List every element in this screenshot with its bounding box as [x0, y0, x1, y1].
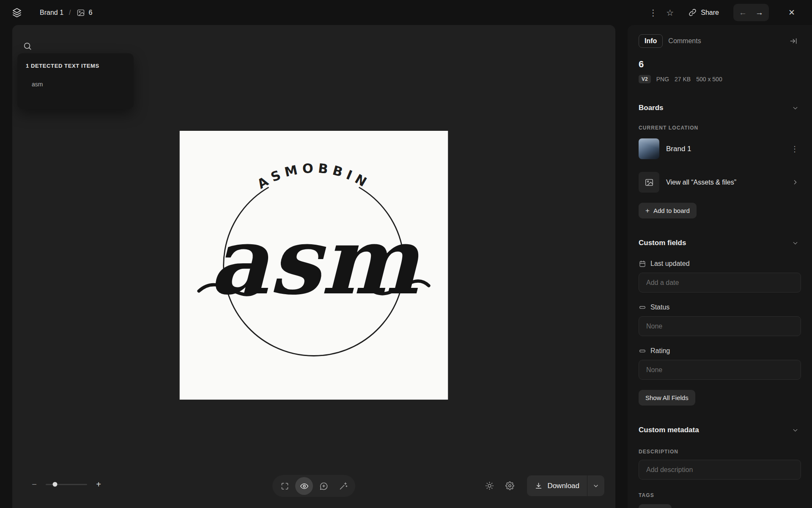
field-label: Status	[639, 304, 801, 311]
fit-to-screen-button[interactable]	[276, 477, 294, 495]
view-all-label: View all “Assets & files”	[666, 179, 736, 186]
app-logo-icon[interactable]	[12, 8, 22, 18]
sidebar-tabs: Info Comments	[639, 33, 801, 49]
next-asset-button[interactable]: →	[751, 5, 768, 20]
image-icon	[77, 8, 85, 17]
boards-section-header[interactable]: Boards	[639, 102, 801, 114]
last-updated-input[interactable]	[639, 273, 801, 293]
add-to-board-label: Add to board	[653, 207, 690, 214]
close-button[interactable]: ✕	[783, 4, 800, 21]
field-rating: Rating	[639, 347, 801, 380]
expand-icon	[280, 482, 289, 491]
previous-asset-button[interactable]: ←	[735, 5, 751, 20]
brightness-button[interactable]	[480, 477, 498, 495]
custom-metadata-title: Custom metadata	[639, 426, 699, 434]
arrow-right-icon: →	[755, 8, 763, 17]
artwork-script-text: asm	[209, 207, 420, 315]
calendar-icon	[639, 260, 646, 268]
file-format: PNG	[656, 76, 669, 83]
field-label-text: Last updated	[650, 260, 690, 268]
link-icon	[689, 8, 697, 17]
collapse-sidebar-button[interactable]	[786, 33, 801, 49]
collapse-right-icon	[789, 37, 798, 45]
chevron-down-icon	[593, 483, 599, 489]
zoom-slider-track	[46, 484, 87, 485]
field-last-updated: Last updated	[639, 260, 801, 293]
assets-files-icon	[639, 172, 659, 193]
field-label-text: Rating	[650, 347, 670, 355]
zoom-slider-knob[interactable]	[52, 482, 57, 487]
topbar-actions: ⋮ ☆ Share ← → ✕	[645, 4, 800, 21]
chevron-down-icon[interactable]	[789, 424, 801, 436]
custom-metadata-section-header[interactable]: Custom metadata	[639, 424, 801, 436]
detected-text-item[interactable]: asm	[26, 78, 125, 90]
custom-fields-title: Custom fields	[639, 239, 686, 247]
field-label: Rating	[639, 347, 801, 355]
tab-comments[interactable]: Comments	[663, 35, 706, 47]
description-input[interactable]	[639, 460, 801, 480]
favorite-button[interactable]: ☆	[661, 4, 678, 21]
share-button[interactable]: Share	[683, 5, 725, 20]
breadcrumb-asset[interactable]: 6	[77, 8, 93, 17]
current-location-label: CURRENT LOCATION	[639, 125, 801, 131]
chevron-right-icon	[789, 177, 801, 188]
field-label-text: Status	[650, 304, 669, 311]
breadcrumb-board[interactable]: Brand 1	[40, 9, 63, 17]
board-thumbnail[interactable]	[639, 138, 659, 159]
select-field-icon	[639, 347, 646, 355]
tags-label: TAGS	[639, 492, 801, 498]
status-input[interactable]	[639, 316, 801, 336]
gear-icon	[505, 481, 514, 490]
add-to-board-button[interactable]: + Add to board	[639, 203, 697, 218]
custom-fields-section-header[interactable]: Custom fields	[639, 237, 801, 249]
detected-text-title: 1 DETECTED TEXT ITEMS	[26, 63, 125, 69]
field-label: Last updated	[639, 260, 801, 268]
file-dimensions: 500 x 500	[696, 76, 722, 83]
asset-artwork: ASMOBBIN asm	[180, 131, 448, 400]
file-size: 27 KB	[675, 76, 691, 83]
more-options-button[interactable]: ⋮	[645, 4, 661, 21]
tab-info[interactable]: Info	[639, 34, 663, 48]
search-button[interactable]	[19, 38, 36, 55]
preview-toggle-button[interactable]	[295, 477, 313, 495]
download-options-button[interactable]	[587, 475, 604, 496]
board-options-button[interactable]: ⋮	[788, 143, 801, 155]
edit-wand-button[interactable]	[334, 477, 352, 495]
breadcrumb-asset-label: 6	[89, 9, 93, 17]
boards-section-title: Boards	[639, 104, 664, 112]
asset-meta: V2 PNG 27 KB 500 x 500	[639, 75, 801, 83]
settings-button[interactable]	[501, 477, 518, 495]
close-icon: ✕	[788, 8, 795, 17]
comment-plus-icon	[319, 482, 328, 491]
board-row[interactable]: Brand 1 ⋮	[639, 138, 801, 159]
kebab-icon: ⋮	[791, 144, 798, 154]
zoom-out-button[interactable]: −	[29, 479, 39, 489]
zoom-in-button[interactable]: +	[93, 479, 104, 489]
board-name[interactable]: Brand 1	[666, 145, 691, 153]
eye-icon	[300, 482, 309, 491]
asset-title: 6	[639, 59, 801, 70]
breadcrumb-separator: /	[69, 9, 71, 17]
description-label: DESCRIPTION	[639, 449, 801, 455]
detected-text-panel: 1 DETECTED TEXT ITEMS asm	[17, 53, 134, 109]
add-comment-button[interactable]	[315, 477, 332, 495]
plus-icon: +	[645, 207, 650, 214]
show-all-fields-label: Show All Fields	[645, 394, 689, 401]
version-badge[interactable]: V2	[639, 75, 651, 83]
chevron-down-icon[interactable]	[789, 102, 801, 114]
show-all-fields-button[interactable]: Show All Fields	[639, 390, 695, 406]
zoom-slider[interactable]	[46, 481, 87, 487]
select-field-icon	[639, 304, 646, 311]
chevron-down-icon[interactable]	[789, 237, 801, 249]
breadcrumb: Brand 1 / 6	[40, 8, 92, 17]
asset-nav: ← →	[733, 4, 769, 21]
download-label: Download	[547, 482, 579, 490]
search-icon	[23, 41, 32, 51]
kebab-icon: ⋮	[649, 8, 657, 18]
rating-input[interactable]	[639, 360, 801, 380]
sun-icon	[485, 481, 494, 490]
add-tag-button[interactable]: + Add	[639, 504, 672, 508]
view-all-row[interactable]: View all “Assets & files”	[639, 172, 801, 193]
download-button[interactable]: Download	[527, 475, 587, 496]
canvas-settings: Download	[480, 475, 604, 496]
